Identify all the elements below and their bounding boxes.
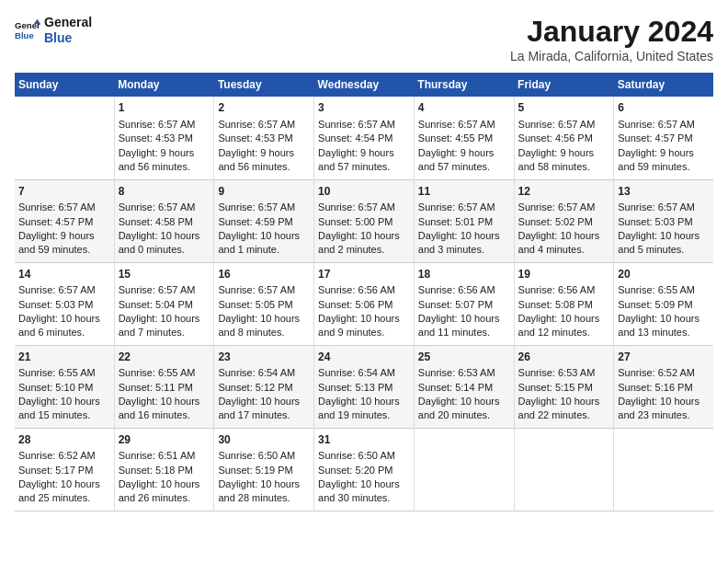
day-info-line: Sunrise: 6:57 AM xyxy=(218,283,310,297)
header-day: Wednesday xyxy=(314,73,415,97)
day-info-line: Sunrise: 6:57 AM xyxy=(518,201,610,214)
day-number: 25 xyxy=(418,350,510,365)
day-info-line: Daylight: 10 hours xyxy=(119,477,210,491)
day-number: 4 xyxy=(418,100,510,116)
calendar-cell: 9Sunrise: 6:57 AMSunset: 4:59 PMDaylight… xyxy=(214,179,314,262)
day-info-line: Daylight: 9 hours xyxy=(518,146,610,160)
calendar-cell: 4Sunrise: 6:57 AMSunset: 4:55 PMDaylight… xyxy=(414,97,514,179)
day-number: 17 xyxy=(318,267,410,282)
day-info-line: and 13 minutes. xyxy=(618,326,710,339)
calendar-table: SundayMondayTuesdayWednesdayThursdayFrid… xyxy=(15,73,713,511)
day-info-line: Daylight: 10 hours xyxy=(618,312,710,326)
day-info-line: Sunrise: 6:57 AM xyxy=(318,118,410,132)
day-info-line: Sunrise: 6:57 AM xyxy=(119,283,210,297)
calendar-cell: 20Sunrise: 6:55 AMSunset: 5:09 PMDayligh… xyxy=(614,262,713,345)
day-info-line: Daylight: 10 hours xyxy=(119,395,210,408)
day-info-line: Sunset: 5:03 PM xyxy=(18,298,110,312)
day-info-line: Sunset: 4:53 PM xyxy=(119,132,210,145)
logo: General Blue General Blue xyxy=(15,15,92,46)
day-info-line: and 59 minutes. xyxy=(618,160,710,174)
day-info-line: and 20 minutes. xyxy=(418,408,510,422)
calendar-cell xyxy=(414,428,514,511)
day-info-line: Sunrise: 6:57 AM xyxy=(218,118,310,132)
day-info-line: Daylight: 10 hours xyxy=(218,312,310,326)
day-info-line: Daylight: 10 hours xyxy=(318,395,410,408)
day-number: 7 xyxy=(18,184,110,200)
title-area: January 2024 La Mirada, California, Unit… xyxy=(510,15,713,63)
day-info-line: Daylight: 10 hours xyxy=(218,477,310,491)
day-info-line: Sunrise: 6:55 AM xyxy=(119,366,210,380)
calendar-cell: 27Sunrise: 6:52 AMSunset: 5:16 PMDayligh… xyxy=(614,345,713,428)
calendar-cell: 31Sunrise: 6:50 AMSunset: 5:20 PMDayligh… xyxy=(314,428,415,511)
day-info-line: Sunrise: 6:56 AM xyxy=(518,283,610,297)
week-row: 21Sunrise: 6:55 AMSunset: 5:10 PMDayligh… xyxy=(15,345,713,428)
calendar-cell: 15Sunrise: 6:57 AMSunset: 5:04 PMDayligh… xyxy=(114,262,214,345)
day-number: 5 xyxy=(518,100,610,116)
day-info-line: Daylight: 10 hours xyxy=(518,229,610,243)
day-info-line: Daylight: 10 hours xyxy=(18,395,110,408)
day-info-line: Sunset: 4:59 PM xyxy=(218,215,310,229)
day-info-line: Sunrise: 6:57 AM xyxy=(18,201,110,214)
day-number: 22 xyxy=(119,350,210,365)
calendar-cell: 30Sunrise: 6:50 AMSunset: 5:19 PMDayligh… xyxy=(214,428,314,511)
day-info-line: Sunset: 5:06 PM xyxy=(318,298,410,312)
day-info-line: Sunset: 5:12 PM xyxy=(218,381,310,395)
header-day: Sunday xyxy=(15,73,114,97)
calendar-cell xyxy=(15,97,114,179)
day-number: 8 xyxy=(119,184,210,200)
day-info-line: and 16 minutes. xyxy=(119,408,210,422)
day-info-line: Sunrise: 6:57 AM xyxy=(318,201,410,214)
day-info-line: Sunset: 4:55 PM xyxy=(418,132,510,145)
header-day: Tuesday xyxy=(214,73,314,97)
day-info-line: and 6 minutes. xyxy=(18,326,110,339)
day-info-line: and 56 minutes. xyxy=(119,160,210,174)
day-number: 26 xyxy=(518,350,610,365)
calendar-cell xyxy=(514,428,614,511)
calendar-cell: 13Sunrise: 6:57 AMSunset: 5:03 PMDayligh… xyxy=(614,179,713,262)
day-info-line: and 59 minutes. xyxy=(18,243,110,257)
day-info-line: and 1 minute. xyxy=(218,243,310,257)
day-number: 21 xyxy=(18,350,110,365)
day-number: 20 xyxy=(618,267,710,282)
day-info-line: Sunrise: 6:52 AM xyxy=(18,449,110,463)
day-info-line: Sunset: 5:20 PM xyxy=(318,464,410,477)
day-info-line: and 57 minutes. xyxy=(318,160,410,174)
day-number: 30 xyxy=(218,432,310,448)
day-info-line: Sunrise: 6:53 AM xyxy=(518,366,610,380)
day-info-line: Daylight: 9 hours xyxy=(119,146,210,160)
day-info-line: Sunset: 5:13 PM xyxy=(318,381,410,395)
day-info-line: and 4 minutes. xyxy=(518,243,610,257)
day-info-line: Sunset: 5:08 PM xyxy=(518,298,610,312)
day-info-line: Sunset: 5:19 PM xyxy=(218,464,310,477)
calendar-cell: 21Sunrise: 6:55 AMSunset: 5:10 PMDayligh… xyxy=(15,345,114,428)
day-info-line: Sunrise: 6:57 AM xyxy=(119,118,210,132)
day-info-line: and 58 minutes. xyxy=(518,160,610,174)
day-info-line: Daylight: 10 hours xyxy=(18,477,110,491)
day-number: 1 xyxy=(119,100,210,116)
day-number: 6 xyxy=(618,100,710,116)
day-number: 11 xyxy=(418,184,510,200)
day-info-line: Sunrise: 6:56 AM xyxy=(318,283,410,297)
day-info-line: Daylight: 9 hours xyxy=(318,146,410,160)
day-info-line: Sunset: 5:14 PM xyxy=(418,381,510,395)
day-info-line: Sunset: 5:10 PM xyxy=(18,381,110,395)
day-info-line: and 7 minutes. xyxy=(119,326,210,339)
day-number: 23 xyxy=(218,350,310,365)
day-number: 15 xyxy=(119,267,210,282)
day-info-line: and 12 minutes. xyxy=(518,326,610,339)
day-info-line: Daylight: 10 hours xyxy=(119,229,210,243)
day-info-line: Sunset: 5:15 PM xyxy=(518,381,610,395)
day-info-line: Daylight: 9 hours xyxy=(18,229,110,243)
calendar-cell: 12Sunrise: 6:57 AMSunset: 5:02 PMDayligh… xyxy=(514,179,614,262)
calendar-cell: 22Sunrise: 6:55 AMSunset: 5:11 PMDayligh… xyxy=(114,345,214,428)
day-info-line: Sunrise: 6:57 AM xyxy=(618,201,710,214)
day-info-line: Sunrise: 6:50 AM xyxy=(318,449,410,463)
day-info-line: Daylight: 10 hours xyxy=(418,395,510,408)
header-day: Friday xyxy=(514,73,614,97)
day-info-line: and 3 minutes. xyxy=(418,243,510,257)
logo-icon: General Blue xyxy=(15,17,40,43)
day-info-line: and 2 minutes. xyxy=(318,243,410,257)
calendar-cell: 19Sunrise: 6:56 AMSunset: 5:08 PMDayligh… xyxy=(514,262,614,345)
day-number: 19 xyxy=(518,267,610,282)
day-info-line: Sunset: 5:11 PM xyxy=(119,381,210,395)
